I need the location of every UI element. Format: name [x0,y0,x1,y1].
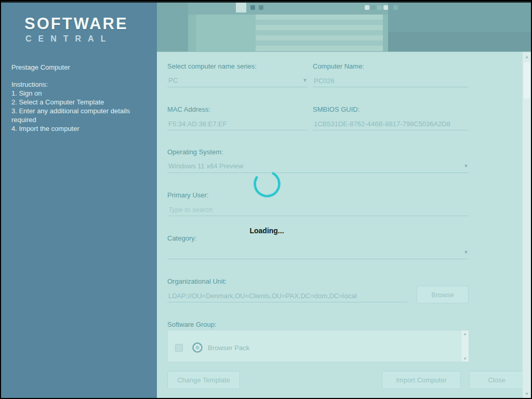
prestage-computer-window: SOFTWARE CENTRAL Prestage Computer Instr… [0,0,532,399]
loading-overlay: Loading... [1,1,531,398]
loading-text: Loading... [234,227,299,235]
loading-indicator: Loading... [234,168,299,235]
loading-spinner-icon [251,168,283,200]
